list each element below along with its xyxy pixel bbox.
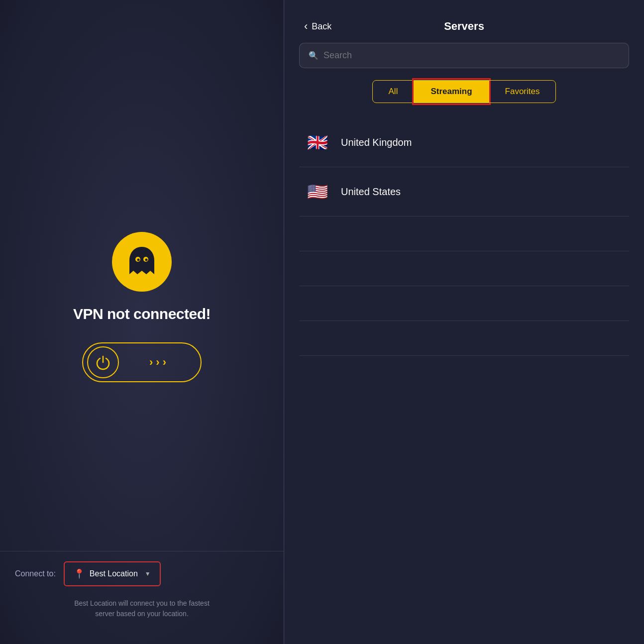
flag-us: 🇺🇸 <box>304 178 331 205</box>
server-list: 🇬🇧 United Kingdom 🇺🇸 United States <box>284 118 644 644</box>
power-toggle[interactable]: › › › <box>82 342 202 382</box>
server-item-us[interactable]: 🇺🇸 United States <box>299 167 629 216</box>
connect-to-label: Connect to: <box>15 569 56 578</box>
svg-point-3 <box>145 259 148 261</box>
ghost-mascot <box>112 232 172 292</box>
right-header: ‹ Back Servers <box>284 0 644 43</box>
footer-description: Best Location will connect you to the fa… <box>15 598 269 619</box>
chevron-2: › <box>156 356 159 369</box>
back-chevron-icon: ‹ <box>304 20 308 33</box>
back-label: Back <box>312 21 331 32</box>
empty-row-4 <box>299 321 629 356</box>
tabs-container: All Streaming Favorites <box>284 80 644 118</box>
ghost-circle <box>112 232 172 292</box>
chevron-3: › <box>163 356 166 369</box>
empty-row-1 <box>299 216 629 251</box>
tab-streaming[interactable]: Streaming <box>414 80 488 103</box>
empty-row-3 <box>299 286 629 321</box>
dropdown-arrow-icon: ▼ <box>145 570 151 577</box>
search-box: 🔍 <box>299 43 629 68</box>
left-panel: VPN not connected! › › › Connect to: 📍 B… <box>0 0 284 644</box>
chevrons-container: › › › <box>119 356 197 369</box>
search-container: 🔍 <box>284 43 644 80</box>
flag-uk: 🇬🇧 <box>304 129 331 156</box>
power-button[interactable] <box>87 346 119 378</box>
tab-favorites[interactable]: Favorites <box>489 80 556 103</box>
servers-title: Servers <box>444 20 484 33</box>
tab-all[interactable]: All <box>372 80 415 103</box>
right-panel: ‹ Back Servers 🔍 All Streaming Favorites… <box>284 0 644 644</box>
country-name-uk: United Kingdom <box>341 137 412 148</box>
power-icon <box>95 354 111 370</box>
svg-point-2 <box>137 259 140 261</box>
chevron-1: › <box>149 356 153 369</box>
search-icon: 🔍 <box>309 51 319 60</box>
search-input[interactable] <box>323 50 620 61</box>
country-name-us: United States <box>341 186 401 198</box>
vpn-status-text: VPN not connected! <box>73 306 211 322</box>
server-item-uk[interactable]: 🇬🇧 United Kingdom <box>299 118 629 167</box>
connect-to-row: Connect to: 📍 Best Location ▼ <box>15 561 269 586</box>
best-location-button[interactable]: 📍 Best Location ▼ <box>64 561 161 586</box>
back-button[interactable]: ‹ Back <box>304 20 331 33</box>
bottom-section: Connect to: 📍 Best Location ▼ Best Locat… <box>0 551 284 644</box>
location-pin-icon: 📍 <box>74 568 85 579</box>
best-location-text: Best Location <box>90 569 138 578</box>
ghost-icon <box>124 244 159 279</box>
empty-row-2 <box>299 251 629 286</box>
